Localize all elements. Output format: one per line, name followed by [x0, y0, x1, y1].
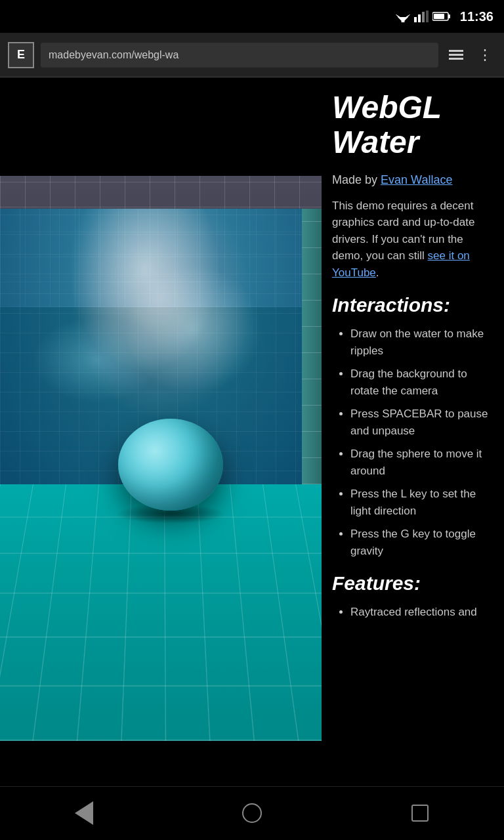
list-item: Raytraced reflections and: [350, 604, 494, 621]
signal-icon: [414, 10, 429, 22]
evan-wallace-link[interactable]: Evan Wallace: [381, 173, 452, 186]
list-item: Draw on the water to make ripples: [350, 326, 494, 359]
status-icons: 11:36: [396, 9, 494, 24]
svg-rect-9: [448, 14, 450, 18]
list-item: Press the L key to set the light directi…: [350, 486, 494, 519]
back-button[interactable]: [61, 790, 107, 836]
svg-rect-7: [426, 10, 429, 22]
svg-rect-6: [422, 12, 425, 22]
browser-menu-button[interactable]: ⋮: [474, 43, 496, 68]
home-button[interactable]: [229, 790, 275, 836]
webgl-scene[interactable]: [0, 77, 322, 681]
battery-icon: [432, 11, 451, 22]
list-item: Press the G key to toggle gravity: [350, 526, 494, 559]
webgl-canvas-area[interactable]: [0, 77, 322, 786]
features-title: Features:: [332, 572, 494, 595]
right-panel: WebGL Water Made by Evan Wallace This de…: [322, 77, 504, 786]
home-icon: [242, 803, 262, 823]
list-item: Drag the sphere to move it around: [350, 446, 494, 479]
interactions-title: Interactions:: [332, 294, 494, 316]
made-by: Made by Evan Wallace: [332, 173, 494, 187]
browser-bar: E madebyevan.com/webgl-wa ⋮: [0, 33, 504, 77]
browser-url-bar[interactable]: madebyevan.com/webgl-wa: [41, 43, 438, 68]
status-time: 11:36: [460, 9, 494, 24]
svg-rect-10: [434, 14, 444, 19]
wifi-icon: [396, 10, 410, 22]
sphere[interactable]: [118, 419, 223, 511]
description-text: This demo requires a decent graphics car…: [332, 198, 494, 282]
navigation-bar: [0, 786, 504, 839]
interactions-list: Draw on the water to make ripples Drag t…: [332, 326, 494, 559]
recents-icon: [411, 805, 429, 822]
svg-rect-4: [414, 17, 417, 22]
list-item: Drag the background to rotate the camera: [350, 366, 494, 399]
recents-button[interactable]: [397, 790, 443, 836]
page-title: WebGL Water: [332, 91, 494, 160]
status-bar: 11:36: [0, 0, 504, 33]
list-item: Press SPACEBAR to pause and unpause: [350, 406, 494, 439]
svg-rect-5: [418, 14, 421, 22]
browser-tabs-button[interactable]: [445, 46, 467, 64]
features-list: Raytraced reflections and: [332, 604, 494, 621]
main-content: WebGL Water Made by Evan Wallace This de…: [0, 77, 504, 786]
browser-favicon: E: [8, 42, 34, 68]
back-icon: [75, 801, 93, 825]
